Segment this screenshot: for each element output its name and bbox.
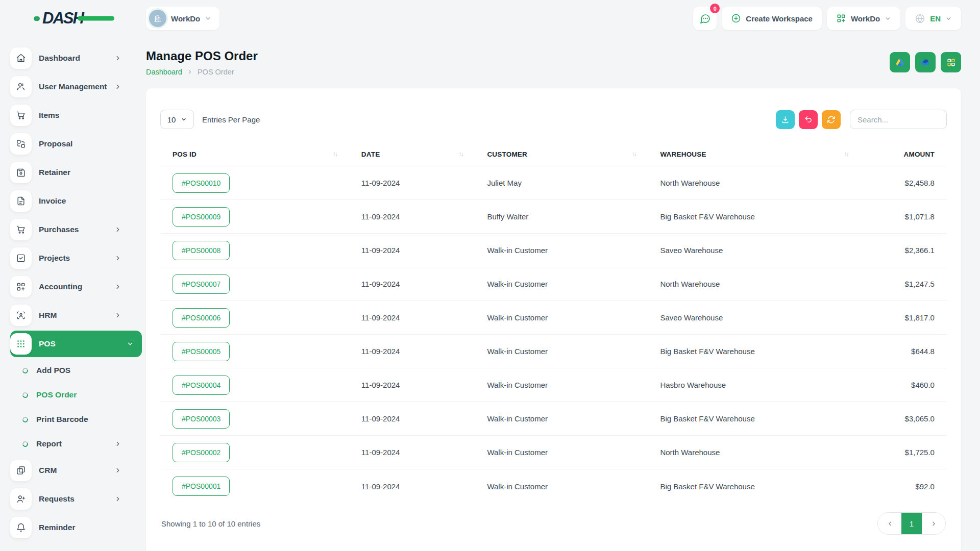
pos-id-badge[interactable]: #POS00006 <box>173 308 230 328</box>
amount-cell: $3,065.0 <box>860 402 947 435</box>
chevron-down-icon <box>181 116 187 122</box>
sidebar-subitem-print-barcode[interactable]: Print Barcode <box>10 407 142 432</box>
sort-icon[interactable]: ↑↓ <box>458 151 462 158</box>
messages-button[interactable]: 0 <box>693 7 717 30</box>
sidebar-item-invoice[interactable]: Invoice <box>10 187 142 215</box>
language-label: EN <box>930 14 941 23</box>
sort-icon[interactable]: ↑↓ <box>631 151 635 158</box>
refresh-button[interactable] <box>822 110 841 129</box>
sidebar-subitem-label: POS Order <box>36 390 121 399</box>
sidebar-subitem-label: Add POS <box>36 366 121 375</box>
sort-icon[interactable]: ↑↓ <box>333 151 337 158</box>
pagination-page-1[interactable]: 1 <box>901 513 922 534</box>
amount-cell: $1,725.0 <box>860 436 947 469</box>
undo-icon <box>804 115 813 124</box>
language-button[interactable]: EN <box>905 7 961 30</box>
users-icon <box>10 76 32 97</box>
customer-cell: Walk-in Customer <box>475 335 648 368</box>
sort-icon[interactable]: ↑↓ <box>844 151 848 158</box>
chevron-right-icon <box>114 255 121 262</box>
pos-id-badge[interactable]: #POS00004 <box>173 375 230 395</box>
table-row: #POS00009 11-09-2024 Buffy Walter Big Ba… <box>160 200 947 234</box>
breadcrumb-dashboard-link[interactable]: Dashboard <box>146 68 182 76</box>
chevron-down-icon <box>945 15 952 22</box>
sidebar-item-user-management[interactable]: User Management <box>10 72 142 101</box>
chevron-right-icon <box>114 440 121 447</box>
header-date[interactable]: DATE↑↓ <box>349 142 475 166</box>
pos-id-badge[interactable]: #POS00010 <box>173 173 230 193</box>
customer-cell: Walk-in Customer <box>475 436 648 469</box>
date-cell: 11-09-2024 <box>349 469 475 503</box>
sidebar-subitem-add-pos[interactable]: Add POS <box>10 358 142 383</box>
warehouse-cell: Big Basket F&V Warehouse <box>648 200 860 233</box>
chevron-right-icon <box>114 495 121 503</box>
grid-view-button[interactable] <box>941 52 961 72</box>
customer-cell: Walk-in Customer <box>475 469 648 503</box>
header-pos-id[interactable]: POS ID↑↓ <box>160 142 349 166</box>
pagination-prev-button[interactable] <box>878 513 901 534</box>
sidebar-subitem-report[interactable]: Report <box>10 432 142 456</box>
export-button[interactable] <box>776 110 795 129</box>
header-amount[interactable]: AMOUNT <box>860 142 947 166</box>
sidebar-item-requests[interactable]: Requests <box>10 485 142 513</box>
onedrive-button[interactable] <box>915 52 936 72</box>
google-drive-button[interactable] <box>890 52 910 72</box>
page-title: Manage POS Order <box>146 49 258 63</box>
sidebar-item-accounting[interactable]: Accounting <box>10 272 142 301</box>
date-cell: 11-09-2024 <box>349 368 475 402</box>
sidebar-item-hrm[interactable]: HRM <box>10 301 142 330</box>
amount-cell: $1,817.0 <box>860 301 947 334</box>
dots-grid-icon <box>10 333 32 355</box>
workdo-apps-button[interactable]: WorkDo <box>827 7 900 30</box>
user-scan-icon <box>10 305 32 326</box>
create-workspace-button[interactable]: Create Workspace <box>722 7 822 30</box>
pos-id-badge[interactable]: #POS00008 <box>173 241 230 260</box>
table-row: #POS00005 11-09-2024 Walk-in Customer Bi… <box>160 335 947 368</box>
cart-icon <box>10 105 32 126</box>
sidebar-item-retainer[interactable]: Retainer <box>10 158 142 187</box>
pos-id-badge[interactable]: #POS00001 <box>173 477 230 496</box>
crm-icon <box>10 460 32 481</box>
sidebar-item-proposal[interactable]: Proposal <box>10 130 142 158</box>
workdo-apps-label: WorkDo <box>851 14 880 23</box>
header-customer[interactable]: CUSTOMER↑↓ <box>475 142 648 166</box>
grid-plus-icon <box>10 276 32 297</box>
google-drive-icon <box>895 57 905 67</box>
sidebar-item-pos[interactable]: POS <box>10 331 142 357</box>
chat-icon <box>699 13 711 24</box>
customer-cell: Walk-in Customer <box>475 402 648 435</box>
pagination-next-button[interactable] <box>922 513 945 534</box>
sidebar-item-dashboard[interactable]: Dashboard <box>10 44 142 72</box>
sidebar-subitem-pos-order[interactable]: POS Order <box>10 383 142 407</box>
bell-icon <box>10 517 32 538</box>
user-plus-icon <box>10 488 32 510</box>
grid-icon <box>946 58 956 67</box>
undo-button[interactable] <box>799 110 818 129</box>
sidebar-item-label: Retainer <box>39 168 121 177</box>
sidebar-item-items[interactable]: Items <box>10 101 142 130</box>
amount-cell: $1,247.5 <box>860 267 947 300</box>
sidebar-item-label: HRM <box>39 311 107 320</box>
sidebar-item-projects[interactable]: Projects <box>10 244 142 272</box>
workspace-selector[interactable]: WorkDo <box>146 7 219 30</box>
sidebar-item-label: Invoice <box>39 196 121 206</box>
dash-logo[interactable]: DASH <box>34 9 83 28</box>
sidebar-item-purchases[interactable]: Purchases <box>10 215 142 244</box>
sidebar-item-crm[interactable]: CRM <box>10 456 142 485</box>
pos-id-badge[interactable]: #POS00005 <box>173 342 230 361</box>
pos-id-badge[interactable]: #POS00003 <box>173 409 230 429</box>
workspace-name: WorkDo <box>171 14 200 23</box>
bullet-icon <box>21 367 29 374</box>
search-input[interactable] <box>850 110 947 129</box>
home-icon <box>10 47 32 69</box>
pos-id-badge[interactable]: #POS00009 <box>173 207 230 227</box>
pos-order-card: 10 Entries Per Page POS ID↑↓ DATE <box>146 88 961 551</box>
breadcrumb-current: POS Order <box>198 68 234 76</box>
pos-id-badge[interactable]: #POS00002 <box>173 443 230 462</box>
header-warehouse[interactable]: WAREHOUSE↑↓ <box>648 142 860 166</box>
sidebar-item-label: User Management <box>39 82 107 91</box>
pos-id-badge[interactable]: #POS00007 <box>173 274 230 294</box>
date-cell: 11-09-2024 <box>349 234 475 267</box>
sidebar-item-reminder[interactable]: Reminder <box>10 513 142 542</box>
entries-per-page-select[interactable]: 10 <box>160 110 194 129</box>
